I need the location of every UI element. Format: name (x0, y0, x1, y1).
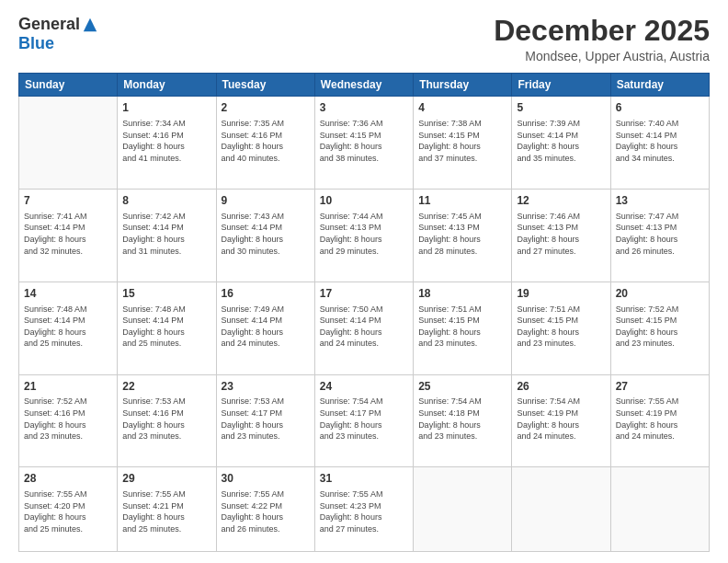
calendar-cell: 30Sunrise: 7:55 AM Sunset: 4:22 PM Dayli… (216, 467, 314, 552)
calendar-cell: 21Sunrise: 7:52 AM Sunset: 4:16 PM Dayli… (19, 374, 118, 467)
calendar-cell: 20Sunrise: 7:52 AM Sunset: 4:15 PM Dayli… (610, 282, 709, 374)
cell-content: Sunrise: 7:40 AM Sunset: 4:14 PM Dayligh… (616, 118, 704, 164)
title-block: December 2025 Mondsee, Upper Austria, Au… (494, 15, 710, 63)
calendar-cell: 13Sunrise: 7:47 AM Sunset: 4:13 PM Dayli… (610, 189, 709, 282)
calendar-cell: 22Sunrise: 7:53 AM Sunset: 4:16 PM Dayli… (118, 374, 216, 467)
calendar-cell: 6Sunrise: 7:40 AM Sunset: 4:14 PM Daylig… (610, 97, 709, 190)
calendar-cell (610, 467, 709, 552)
calendar-cell: 4Sunrise: 7:38 AM Sunset: 4:15 PM Daylig… (414, 97, 512, 190)
calendar-cell: 31Sunrise: 7:55 AM Sunset: 4:23 PM Dayli… (314, 467, 413, 552)
calendar-cell: 24Sunrise: 7:54 AM Sunset: 4:17 PM Dayli… (314, 374, 413, 467)
day-number: 2 (222, 100, 310, 116)
cell-content: Sunrise: 7:52 AM Sunset: 4:15 PM Dayligh… (616, 304, 704, 350)
cell-content: Sunrise: 7:55 AM Sunset: 4:21 PM Dayligh… (122, 488, 210, 534)
cell-content: Sunrise: 7:49 AM Sunset: 4:14 PM Dayligh… (222, 304, 310, 350)
cell-content: Sunrise: 7:55 AM Sunset: 4:22 PM Dayligh… (222, 488, 310, 534)
calendar-cell: 14Sunrise: 7:48 AM Sunset: 4:14 PM Dayli… (19, 282, 118, 374)
calendar-cell: 1Sunrise: 7:34 AM Sunset: 4:16 PM Daylig… (118, 97, 216, 190)
calendar-cell: 27Sunrise: 7:55 AM Sunset: 4:19 PM Dayli… (610, 374, 709, 467)
calendar-cell (414, 467, 512, 552)
cell-content: Sunrise: 7:54 AM Sunset: 4:18 PM Dayligh… (418, 396, 506, 442)
location: Mondsee, Upper Austria, Austria (494, 49, 710, 63)
cell-content: Sunrise: 7:47 AM Sunset: 4:13 PM Dayligh… (616, 211, 704, 257)
day-number: 7 (24, 193, 112, 209)
calendar-cell: 25Sunrise: 7:54 AM Sunset: 4:18 PM Dayli… (414, 374, 512, 467)
day-number: 22 (122, 379, 210, 395)
calendar-cell: 2Sunrise: 7:35 AM Sunset: 4:16 PM Daylig… (216, 97, 314, 190)
calendar-cell: 28Sunrise: 7:55 AM Sunset: 4:20 PM Dayli… (19, 467, 118, 552)
cell-content: Sunrise: 7:51 AM Sunset: 4:15 PM Dayligh… (517, 304, 605, 350)
calendar-cell: 26Sunrise: 7:54 AM Sunset: 4:19 PM Dayli… (512, 374, 610, 467)
cell-content: Sunrise: 7:44 AM Sunset: 4:13 PM Dayligh… (320, 211, 408, 257)
cell-content: Sunrise: 7:45 AM Sunset: 4:13 PM Dayligh… (418, 211, 506, 257)
day-number: 26 (517, 379, 605, 395)
header: General Blue December 2025 Mondsee, Uppe… (18, 15, 710, 63)
day-number: 23 (222, 379, 310, 395)
week-row-0: 1Sunrise: 7:34 AM Sunset: 4:16 PM Daylig… (19, 97, 710, 190)
month-title: December 2025 (494, 15, 710, 47)
week-row-1: 7Sunrise: 7:41 AM Sunset: 4:14 PM Daylig… (19, 189, 710, 282)
day-header-sunday: Sunday (19, 74, 118, 97)
day-number: 30 (222, 471, 310, 487)
day-number: 9 (222, 193, 310, 209)
day-number: 1 (122, 100, 210, 116)
cell-content: Sunrise: 7:41 AM Sunset: 4:14 PM Dayligh… (24, 211, 112, 257)
week-row-3: 21Sunrise: 7:52 AM Sunset: 4:16 PM Dayli… (19, 374, 710, 467)
calendar-cell: 23Sunrise: 7:53 AM Sunset: 4:17 PM Dayli… (216, 374, 314, 467)
day-number: 15 (122, 286, 210, 302)
cell-content: Sunrise: 7:50 AM Sunset: 4:14 PM Dayligh… (320, 304, 408, 350)
day-number: 11 (418, 193, 506, 209)
day-number: 31 (320, 471, 408, 487)
calendar-cell: 17Sunrise: 7:50 AM Sunset: 4:14 PM Dayli… (314, 282, 413, 374)
day-number: 28 (24, 471, 112, 487)
calendar-table: SundayMondayTuesdayWednesdayThursdayFrid… (18, 73, 710, 552)
calendar-cell: 12Sunrise: 7:46 AM Sunset: 4:13 PM Dayli… (512, 189, 610, 282)
cell-content: Sunrise: 7:38 AM Sunset: 4:15 PM Dayligh… (418, 118, 506, 164)
cell-content: Sunrise: 7:55 AM Sunset: 4:20 PM Dayligh… (24, 488, 112, 534)
calendar-cell: 18Sunrise: 7:51 AM Sunset: 4:15 PM Dayli… (414, 282, 512, 374)
day-number: 4 (418, 100, 506, 116)
cell-content: Sunrise: 7:54 AM Sunset: 4:19 PM Dayligh… (517, 396, 605, 442)
cell-content: Sunrise: 7:54 AM Sunset: 4:17 PM Dayligh… (320, 396, 408, 442)
cell-content: Sunrise: 7:52 AM Sunset: 4:16 PM Dayligh… (24, 396, 112, 442)
day-header-friday: Friday (512, 74, 610, 97)
day-number: 19 (517, 286, 605, 302)
day-number: 5 (517, 100, 605, 116)
cell-content: Sunrise: 7:55 AM Sunset: 4:19 PM Dayligh… (616, 396, 704, 442)
calendar-cell: 5Sunrise: 7:39 AM Sunset: 4:14 PM Daylig… (512, 97, 610, 190)
day-number: 12 (517, 193, 605, 209)
cell-content: Sunrise: 7:53 AM Sunset: 4:16 PM Dayligh… (122, 396, 210, 442)
calendar-cell (512, 467, 610, 552)
cell-content: Sunrise: 7:39 AM Sunset: 4:14 PM Dayligh… (517, 118, 605, 164)
logo-icon (82, 17, 98, 33)
calendar-cell: 3Sunrise: 7:36 AM Sunset: 4:15 PM Daylig… (314, 97, 413, 190)
day-number: 14 (24, 286, 112, 302)
calendar-cell: 16Sunrise: 7:49 AM Sunset: 4:14 PM Dayli… (216, 282, 314, 374)
cell-content: Sunrise: 7:36 AM Sunset: 4:15 PM Dayligh… (320, 118, 408, 164)
calendar-cell: 8Sunrise: 7:42 AM Sunset: 4:14 PM Daylig… (118, 189, 216, 282)
cell-content: Sunrise: 7:43 AM Sunset: 4:14 PM Dayligh… (222, 211, 310, 257)
logo-general: General (18, 15, 80, 34)
day-number: 3 (320, 100, 408, 116)
day-number: 10 (320, 193, 408, 209)
cell-content: Sunrise: 7:55 AM Sunset: 4:23 PM Dayligh… (320, 488, 408, 534)
cell-content: Sunrise: 7:48 AM Sunset: 4:14 PM Dayligh… (24, 304, 112, 350)
calendar-header-row: SundayMondayTuesdayWednesdayThursdayFrid… (19, 74, 710, 97)
calendar-cell: 19Sunrise: 7:51 AM Sunset: 4:15 PM Dayli… (512, 282, 610, 374)
logo-blue: Blue (18, 34, 54, 52)
cell-content: Sunrise: 7:42 AM Sunset: 4:14 PM Dayligh… (122, 211, 210, 257)
calendar-cell: 29Sunrise: 7:55 AM Sunset: 4:21 PM Dayli… (118, 467, 216, 552)
cell-content: Sunrise: 7:35 AM Sunset: 4:16 PM Dayligh… (222, 118, 310, 164)
day-number: 16 (222, 286, 310, 302)
svg-marker-0 (84, 17, 97, 30)
day-header-tuesday: Tuesday (216, 74, 314, 97)
calendar-cell: 15Sunrise: 7:48 AM Sunset: 4:14 PM Dayli… (118, 282, 216, 374)
calendar-cell (19, 97, 118, 190)
cell-content: Sunrise: 7:51 AM Sunset: 4:15 PM Dayligh… (418, 304, 506, 350)
day-number: 27 (616, 379, 704, 395)
calendar-cell: 11Sunrise: 7:45 AM Sunset: 4:13 PM Dayli… (414, 189, 512, 282)
day-number: 21 (24, 379, 112, 395)
week-row-4: 28Sunrise: 7:55 AM Sunset: 4:20 PM Dayli… (19, 467, 710, 552)
day-header-saturday: Saturday (610, 74, 709, 97)
calendar-cell: 10Sunrise: 7:44 AM Sunset: 4:13 PM Dayli… (314, 189, 413, 282)
